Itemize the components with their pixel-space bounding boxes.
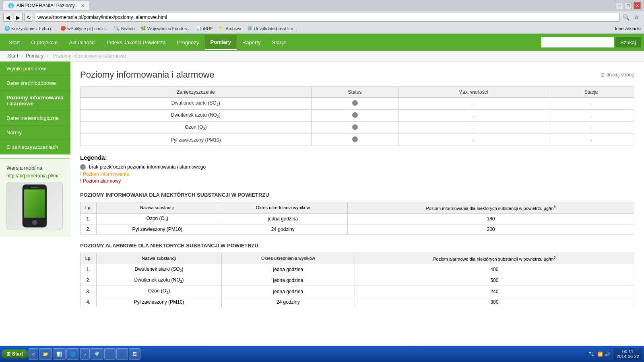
alarm-lp-2: 2. — [80, 275, 97, 286]
maximize-button[interactable]: □ — [625, 2, 632, 9]
tab-title: AIRPOMERANIA: Poziomy... — [17, 3, 78, 8]
sidebar-item-sredniodobowe[interactable]: Dane średniodobowe — [0, 76, 70, 90]
bookmark-label: iBRE — [203, 26, 213, 31]
info-name-1: Ozon (O3) — [97, 213, 218, 224]
chrome-icon: 🌍 — [94, 352, 100, 357]
sidebar-item-zanieczyszczenia[interactable]: O zanieczyszczeniach — [0, 140, 70, 154]
alarm-name-4: Pył zawieszony (PM10) — [97, 297, 222, 307]
globe-icon: 🌐 — [70, 352, 76, 357]
bookmark-label: Korzystanie z trybu i... — [11, 26, 55, 31]
list-item: 3. Ozon (O3) jedna godzina 240 — [80, 286, 634, 297]
start-button[interactable]: ⊞ Start — [2, 350, 28, 358]
info-lp-1: 1. — [80, 213, 97, 224]
info-table: Lp. Nazwa substancji Okres uśredniania w… — [80, 202, 634, 234]
sidebar-item-wyniki[interactable]: Wyniki pomiarów — [0, 62, 70, 76]
taskbar-word[interactable]: W — [104, 348, 116, 360]
chart-icon: 📊 — [56, 352, 62, 357]
taskbar-ie[interactable]: e — [29, 348, 38, 360]
bookmarks-right[interactable]: Inne zakładki — [615, 26, 641, 31]
info-col-value: Poziom informowania dla niektórych subst… — [347, 202, 634, 214]
bookmark-label: wPolityce.pl | codzi... — [67, 26, 108, 31]
taskbar-item-3[interactable]: ♪ — [80, 348, 90, 360]
mobile-link[interactable]: http://airpomerania.pl/m/ — [6, 173, 58, 179]
tray-icons: 📶 🔊 — [597, 352, 610, 357]
print-label: drukuj stronę — [607, 72, 634, 78]
nav-stacje[interactable]: Stacje — [266, 35, 292, 49]
print-link[interactable]: 🖨 drukuj stronę — [600, 72, 634, 78]
refresh-button[interactable]: ↻ — [24, 13, 33, 22]
photo-icon: 🖼 — [132, 352, 137, 356]
browser-tab[interactable]: 🌐 AIRPOMERANIA: Poziomy... ✕ — [3, 1, 89, 10]
alarm-table: Lp. Nazwa substancji Okres uśredniania w… — [80, 253, 634, 307]
info-col-name: Nazwa substancji — [97, 202, 218, 214]
taskbar-item-2[interactable]: 🌐 — [66, 348, 79, 360]
back-button[interactable]: ◀ — [3, 13, 12, 22]
nav-raporty[interactable]: Raporty — [237, 35, 266, 49]
breadcrumb-start[interactable]: Start — [8, 53, 18, 59]
info-value-1: 180 — [347, 213, 634, 224]
bookmark-icon: 🌐 — [4, 26, 10, 31]
status-dot-o3 — [311, 122, 398, 134]
col-zanieczyszczenie: Zanieczyszczenie — [80, 87, 312, 98]
taskbar-chrome[interactable]: 🌍 — [91, 348, 103, 360]
nav-pomiary[interactable]: Pomiary — [205, 35, 237, 50]
nav-aktualnosci[interactable]: Aktualności — [63, 35, 101, 49]
bookmark-fundus[interactable]: 🌿 Wojewódzki Fundus... — [139, 25, 192, 31]
bookmark-korzystanie[interactable]: 🌐 Korzystanie z trybu i... — [3, 25, 56, 31]
search-button[interactable]: Szukaj — [615, 37, 641, 47]
bookmark-wpolityce[interactable]: 🔴 wPolityce.pl | codzi... — [59, 25, 109, 31]
breadcrumb-pomiary[interactable]: Pomiary — [26, 53, 43, 59]
bookmark-archiwa[interactable]: 📁 Archiwa — [217, 25, 242, 31]
legend-alarm[interactable]: ! Poziom alarmowy — [80, 178, 634, 184]
max-o3: - — [398, 122, 548, 134]
nav-links: Start O projekcie Aktualności Indeks Jak… — [3, 35, 292, 50]
tab-close-icon[interactable]: ✕ — [81, 3, 85, 8]
sidebar-item-normy[interactable]: Normy — [0, 125, 70, 140]
address-bar[interactable] — [35, 13, 620, 22]
legend-info[interactable]: ! Poziom informowania — [80, 171, 634, 177]
sidebar-item-poziomy[interactable]: Poziomy informowania i alarmowe — [0, 90, 70, 111]
bookmark-search[interactable]: 🔍 Search — [113, 25, 136, 31]
clock[interactable]: 00:11 2014-06-22 — [613, 348, 642, 360]
nav-prognozy[interactable]: Prognozy — [171, 35, 205, 49]
bookmark-unvalidated[interactable]: ⚙️ Unvalidated real-tim... — [246, 25, 298, 31]
close-button[interactable]: ✕ — [634, 2, 641, 9]
legend-dot — [80, 164, 86, 170]
star-icon[interactable]: ☆ — [632, 13, 641, 22]
clock-time: 00:11 — [617, 349, 639, 354]
bookmarks-bar: 🌐 Korzystanie z trybu i... 🔴 wPolityce.p… — [0, 23, 644, 34]
taskbar-item-1[interactable]: 📊 — [53, 348, 66, 360]
nav-start[interactable]: Start — [3, 35, 25, 49]
taskbar-photos[interactable]: 🖼 — [129, 348, 140, 360]
forward-button[interactable]: ▶ — [14, 13, 23, 22]
taskbar-right: PL 📶 🔊 00:11 2014-06-22 — [588, 348, 642, 360]
search-icon[interactable]: 🔍 — [621, 13, 630, 22]
taskbar-word2[interactable]: W — [116, 348, 128, 360]
taskbar-explorer[interactable]: 📁 — [39, 348, 52, 360]
alarm-col-period: Okres uśredniania wyników — [222, 253, 355, 264]
info-value-2: 200 — [347, 224, 634, 234]
bookmark-icon: 📊 — [196, 26, 202, 31]
col-max: Max. wartości — [398, 87, 548, 98]
svg-rect-4 — [31, 187, 39, 188]
nav-o-projekcie[interactable]: O projekcie — [25, 35, 63, 49]
nav-indeks[interactable]: Indeks Jakości Powietrza — [101, 35, 171, 49]
minimize-button[interactable]: ─ — [616, 2, 623, 9]
list-item: 1. Ozon (O3) jedna godzina 180 — [80, 213, 634, 224]
page-wrapper: Start O projekcie Aktualności Indeks Jak… — [0, 34, 644, 362]
info-period-1: jedna godzina — [218, 213, 348, 224]
status-dot-so2 — [311, 98, 398, 110]
list-item: 1. Dwutlenek siarki (SO2) jedna godzina … — [80, 264, 634, 275]
search-input[interactable] — [541, 37, 614, 47]
start-label: Start — [12, 351, 23, 357]
breadcrumb-sep1: › — [21, 53, 24, 59]
page-header: Poziomy informowania i alarmowe 🖨 drukuj… — [80, 70, 634, 80]
info-col-period: Okres uśredniania wyników — [218, 202, 348, 214]
col-stacja: Stacja — [548, 87, 634, 98]
phone-image — [6, 182, 63, 230]
sidebar-item-meteorologiczne[interactable]: Dane meteorologiczne — [0, 111, 70, 125]
alarm-col-lp: Lp. — [80, 253, 97, 264]
info-lp-2: 2. — [80, 224, 97, 234]
legend-dot-label: brak przekroczeń poziomu informowania i … — [89, 164, 206, 170]
bookmark-ibre[interactable]: 📊 iBRE — [195, 25, 214, 31]
